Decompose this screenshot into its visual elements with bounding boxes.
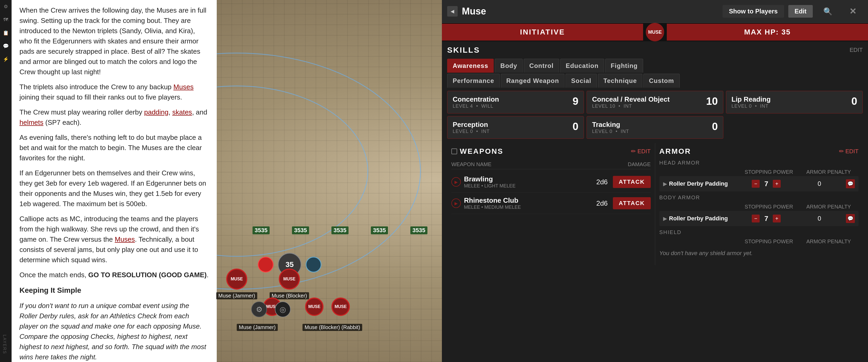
- weapon-play-rhinestone[interactable]: ▶: [452, 198, 461, 208]
- shield-stopping-col: STOPPING POWER: [739, 239, 799, 245]
- weapons-title: WEAPONS: [452, 147, 503, 156]
- muses-link-2[interactable]: Muses: [115, 235, 135, 243]
- sheet-back-button[interactable]: ◀: [447, 6, 458, 17]
- muse-blocker-token[interactable]: MUSE: [279, 269, 300, 289]
- lower-section: WEAPONS ✏ EDIT WEAPON NAME DAMAGE ▶: [442, 143, 868, 265]
- body-armor-plus[interactable]: +: [773, 215, 781, 222]
- token-teal[interactable]: [306, 257, 321, 273]
- tab-ranged-weapon[interactable]: Ranged Weapon: [501, 74, 565, 88]
- sidebar-icon-chat[interactable]: 💬: [2, 42, 10, 50]
- tab-performance[interactable]: Performance: [447, 74, 500, 88]
- muse-token-b3[interactable]: MUSE: [332, 298, 350, 316]
- shield-category: SHIELD: [659, 229, 859, 235]
- brawling-name: Brawling: [464, 175, 572, 183]
- char-sheet: ◀ Muse Show to Players Edit 🔍 ✕ INITIATI…: [442, 0, 868, 362]
- head-armor-stopping: − 7 +: [740, 180, 793, 188]
- skill-card-tracking: Tracking LEVEL 0 • INT 0: [587, 116, 723, 139]
- brawling-attack-button[interactable]: ATTACK: [613, 176, 650, 188]
- skills-section: SKILLS EDIT Awareness Body Control Educa…: [442, 41, 868, 143]
- sidebar-icon-effects[interactable]: ⚡: [2, 55, 10, 63]
- journal-para-7: Once the match ends, GO TO RESOLUTION (G…: [20, 270, 209, 280]
- concentration-meta: LEVEL 4 • WILL: [453, 104, 499, 109]
- weapons-checkbox[interactable]: [452, 148, 457, 154]
- tab-technique[interactable]: Technique: [598, 74, 642, 88]
- close-button[interactable]: ✕: [843, 4, 863, 19]
- head-armor-category: HEAD ARMOR: [659, 160, 859, 166]
- brawling-damage: 2d6: [572, 178, 608, 186]
- rhinestone-info: Rhinestone Club MELEE • MEDIUM MELEE: [464, 196, 572, 210]
- weapons-edit-button[interactable]: ✏ EDIT: [631, 148, 650, 155]
- tab-social[interactable]: Social: [565, 74, 597, 88]
- head-penalty-col: ARMOR PENALTY: [799, 169, 859, 175]
- weapons-title-text: WEAPONS: [460, 147, 503, 156]
- token-red[interactable]: [258, 257, 274, 273]
- target-button[interactable]: ◎: [275, 302, 291, 317]
- muse-jammer-token[interactable]: MUSE: [226, 269, 247, 289]
- head-armor-value: 7: [762, 180, 770, 188]
- armor-title: ARMOR: [659, 147, 691, 156]
- skills-title: SKILLS: [447, 46, 480, 55]
- conceal-name-block: Conceal / Reveal Object LEVEL 10 • INT: [592, 95, 670, 109]
- show-to-players-button[interactable]: Show to Players: [722, 5, 784, 18]
- conceal-stat: INT: [624, 104, 632, 109]
- hp-badge-4: 3535: [371, 226, 388, 234]
- perception-stat: INT: [482, 129, 490, 134]
- muses-link-1[interactable]: Muses: [173, 83, 194, 91]
- conceal-name: Conceal / Reveal Object: [592, 95, 670, 104]
- initiative-section: INITIATIVE: [442, 24, 643, 40]
- head-armor-minus[interactable]: −: [752, 180, 760, 188]
- sidebar-icon-settings[interactable]: ⚙: [2, 3, 10, 10]
- rhinestone-name: Rhinestone Club: [464, 196, 572, 204]
- rhinestone-damage: 2d6: [572, 199, 608, 207]
- body-armor-stopping: − 7 +: [740, 215, 793, 223]
- body-armor-minus[interactable]: −: [752, 215, 760, 222]
- head-armor-note-button[interactable]: 💬: [846, 179, 855, 188]
- edit-pencil-icon: ✏: [631, 148, 636, 155]
- skills-edit-link[interactable]: EDIT: [849, 47, 863, 53]
- journal-panel: When the Crew arrives the following day,…: [11, 0, 217, 362]
- gear-button[interactable]: ⚙: [251, 302, 267, 317]
- tab-custom[interactable]: Custom: [643, 74, 679, 88]
- journal-content: When the Crew arrives the following day,…: [11, 0, 217, 362]
- head-armor-plus[interactable]: +: [773, 180, 781, 188]
- perception-row: Perception LEVEL 0 • INT 0: [453, 120, 579, 134]
- body-armor-value: 7: [762, 215, 770, 223]
- skates-link[interactable]: skates: [172, 108, 192, 116]
- armor-edit-button[interactable]: ✏ EDIT: [839, 148, 859, 155]
- search-button[interactable]: 🔍: [817, 4, 839, 19]
- padding-link[interactable]: padding: [144, 108, 168, 116]
- muse-token-b2[interactable]: MUSE: [305, 298, 323, 316]
- helmets-link[interactable]: helmets: [20, 118, 43, 127]
- journal-para-1: When the Crew arrives the following day,…: [20, 5, 209, 77]
- armor-title-text: ARMOR: [659, 147, 691, 156]
- sidebar-icon-journal[interactable]: 📋: [2, 29, 10, 37]
- sidebar-icon-map[interactable]: 🗺: [2, 16, 10, 24]
- tab-fighting[interactable]: Fighting: [605, 59, 643, 73]
- tab-education[interactable]: Education: [560, 59, 604, 73]
- lip-reading-row: Lip Reading LEVEL 0 • INT 0: [732, 95, 857, 109]
- initiative-bar: INITIATIVE MUSE MAX HP: 35: [442, 23, 868, 41]
- brawling-info: Brawling MELEE • LIGHT MELEE: [464, 175, 572, 189]
- tab-awareness[interactable]: Awareness: [447, 59, 494, 73]
- conceal-level: LEVEL 10: [592, 104, 615, 109]
- tab-body[interactable]: Body: [495, 59, 523, 73]
- weapons-panel: WEAPONS ✏ EDIT WEAPON NAME DAMAGE ▶: [447, 143, 655, 265]
- body-armor-note-button[interactable]: 💬: [846, 214, 855, 223]
- lip-reading-name-block: Lip Reading LEVEL 0 • INT: [732, 95, 771, 109]
- tracking-level: LEVEL 0: [592, 129, 612, 134]
- hp-badge-5: 3535: [410, 226, 427, 234]
- body-armor-caret: ▶: [663, 215, 667, 222]
- rhinestone-attack-button[interactable]: ATTACK: [613, 197, 650, 209]
- hp-badge-3: 3535: [332, 226, 348, 234]
- muse-jammer-label: Muse (Jammer): [216, 292, 257, 299]
- rhinestone-type: MELEE • MEDIUM MELEE: [464, 204, 572, 210]
- layers-label: LAYERS: [2, 335, 7, 354]
- edit-button[interactable]: Edit: [788, 5, 813, 18]
- sheet-scroll-container[interactable]: INITIATIVE MUSE MAX HP: 35 SKILLS EDIT A…: [442, 23, 868, 362]
- weapon-play-brawling[interactable]: ▶: [452, 177, 461, 187]
- conceal-value: 10: [706, 95, 718, 107]
- tab-control[interactable]: Control: [524, 59, 559, 73]
- brawling-type: MELEE • LIGHT MELEE: [464, 183, 572, 189]
- lip-reading-value: 0: [851, 95, 857, 107]
- shield-name-col: [659, 239, 739, 245]
